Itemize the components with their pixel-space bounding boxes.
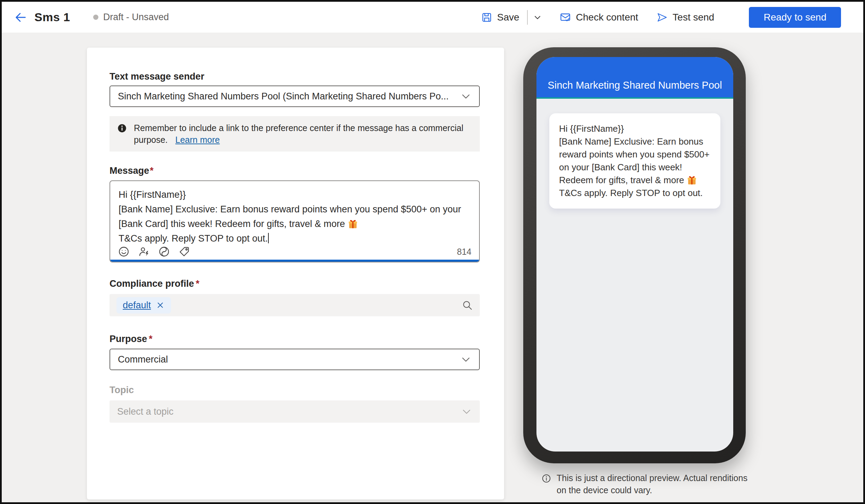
chevron-down-icon — [533, 13, 542, 22]
save-label: Save — [497, 12, 519, 23]
personalize-button[interactable] — [138, 246, 150, 258]
compliance-profile-label: Compliance profile* — [110, 278, 480, 289]
info-banner: Remember to include a link to the prefer… — [110, 116, 480, 152]
app-window: Sms 1 Draft - Unsaved Save Check content… — [0, 0, 865, 504]
gift-emoji-icon — [348, 219, 358, 229]
search-icon — [462, 300, 473, 311]
sender-label: Text message sender — [110, 71, 480, 82]
remove-chip-button[interactable] — [156, 301, 165, 310]
gift-emoji-icon — [687, 175, 697, 185]
save-split-button[interactable] — [531, 9, 544, 26]
tag-icon — [178, 246, 190, 258]
message-editor[interactable]: Hi {{FirstName}} [Bank Name] Exclusive: … — [110, 181, 470, 246]
topic-dropdown: Select a topic — [110, 400, 480, 423]
purpose-value: Commercial — [118, 354, 460, 365]
text-caret — [268, 233, 269, 243]
sender-dropdown[interactable]: Sinch Marketing Shared Numbers Pool (Sin… — [110, 86, 480, 107]
close-icon — [156, 301, 165, 310]
sms-bubble: Hi {{FirstName}} [Bank Name] Exclusive: … — [549, 113, 720, 209]
required-asterisk: * — [149, 334, 153, 344]
topbar: Sms 1 Draft - Unsaved Save Check content… — [2, 2, 863, 33]
required-asterisk: * — [196, 278, 200, 289]
test-send-label: Test send — [673, 12, 714, 23]
disclaimer-text: This is just a directional preview. Actu… — [557, 472, 751, 496]
circle-swirl-icon — [158, 246, 170, 258]
toolbar-divider — [527, 10, 528, 25]
save-icon — [482, 12, 492, 23]
message-editor-box: Hi {{FirstName}} [Bank Name] Exclusive: … — [110, 180, 480, 262]
phone-screen: Sinch Marketing Shared Numbers Pool Hi {… — [536, 57, 733, 452]
check-content-button[interactable]: Check content — [557, 8, 641, 26]
purpose-dropdown[interactable]: Commercial — [110, 349, 480, 370]
emoji-smile-icon — [118, 246, 130, 258]
purpose-label: Purpose* — [110, 334, 480, 344]
required-asterisk: * — [150, 165, 154, 176]
compliance-chip: default — [116, 297, 171, 314]
chevron-down-icon — [460, 354, 471, 365]
info-outline-icon — [542, 474, 551, 483]
topic-label: Topic — [110, 385, 480, 396]
message-text: Hi {{FirstName}} [Bank Name] Exclusive: … — [119, 189, 464, 244]
topic-placeholder: Select a topic — [117, 406, 461, 417]
lookup-search-button[interactable] — [462, 300, 473, 311]
sms-form-card: Text message sender Sinch Marketing Shar… — [87, 48, 504, 499]
save-button[interactable]: Save — [479, 8, 522, 26]
dynamic-text-button[interactable] — [158, 246, 170, 258]
chevron-down-icon — [461, 406, 472, 417]
learn-more-link[interactable]: Learn more — [175, 135, 220, 145]
compliance-profile-field[interactable]: default — [110, 294, 480, 316]
phone-preview: Sinch Marketing Shared Numbers Pool Hi {… — [523, 47, 746, 463]
preview-disclaimer: This is just a directional preview. Actu… — [542, 472, 757, 496]
main-content: Text message sender Sinch Marketing Shar… — [2, 33, 863, 502]
info-filled-icon — [117, 123, 127, 133]
ready-to-send-button[interactable]: Ready to send — [749, 7, 841, 28]
sms-bubble-text: Hi {{FirstName}} [Bank Name] Exclusive: … — [559, 123, 712, 198]
chevron-down-icon — [460, 91, 471, 102]
back-button[interactable] — [14, 11, 27, 24]
test-send-button[interactable]: Test send — [654, 8, 717, 26]
mail-check-icon — [560, 12, 571, 23]
compliance-chip-link[interactable]: default — [123, 300, 151, 311]
char-count: 814 — [457, 247, 471, 257]
message-toolbar: 814 — [118, 246, 471, 258]
send-icon — [656, 12, 668, 23]
phone-header: Sinch Marketing Shared Numbers Pool — [536, 57, 733, 99]
sender-value: Sinch Marketing Shared Numbers Pool (Sin… — [118, 91, 460, 102]
banner-text: Remember to include a link to the prefer… — [134, 122, 472, 146]
page-title: Sms 1 — [34, 10, 70, 24]
arrow-left-icon — [14, 11, 27, 24]
status-text: Draft - Unsaved — [103, 12, 169, 23]
check-content-label: Check content — [576, 12, 638, 23]
tag-button[interactable] — [178, 246, 190, 258]
person-lightning-icon — [138, 246, 150, 258]
emoji-button[interactable] — [118, 246, 130, 258]
message-label: Message* — [110, 165, 480, 176]
focus-underline — [110, 260, 479, 262]
status-dot — [93, 15, 98, 20]
phone-header-title: Sinch Marketing Shared Numbers Pool — [548, 80, 722, 91]
